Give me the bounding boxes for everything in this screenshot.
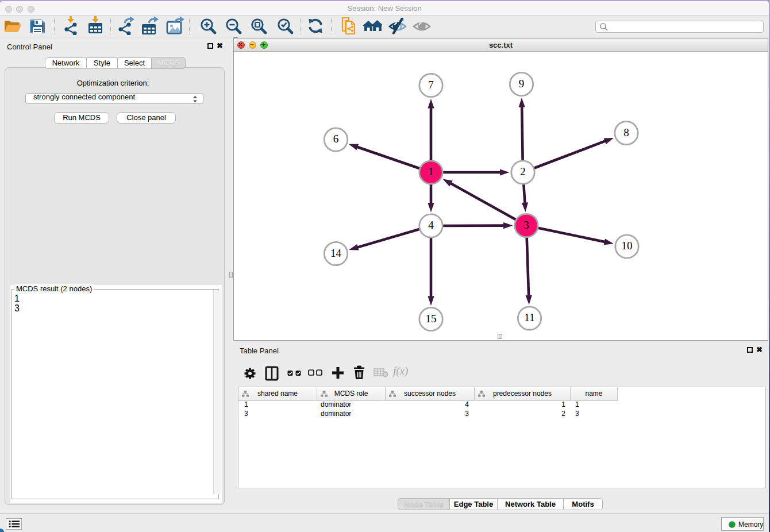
svg-text:14: 14 <box>330 247 342 259</box>
svg-text:11: 11 <box>524 311 534 323</box>
svg-text:3: 3 <box>523 219 529 231</box>
svg-text:2: 2 <box>520 165 526 178</box>
svg-text:9: 9 <box>519 78 525 90</box>
svg-text:10: 10 <box>622 240 633 252</box>
svg-text:4: 4 <box>428 219 434 231</box>
svg-text:1: 1 <box>428 165 434 178</box>
svg-text:6: 6 <box>333 133 339 145</box>
svg-text:8: 8 <box>623 126 629 138</box>
svg-text:7: 7 <box>428 79 434 91</box>
svg-text:15: 15 <box>426 313 437 325</box>
